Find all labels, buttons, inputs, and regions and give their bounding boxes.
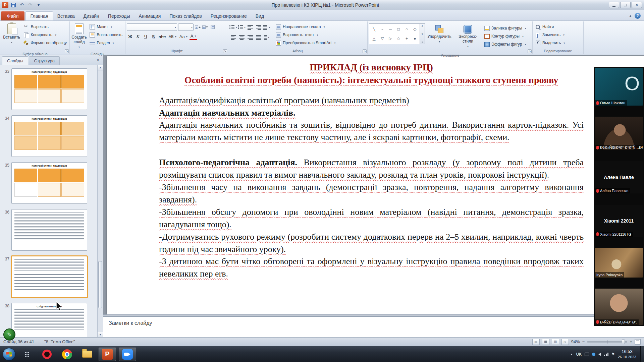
quick-styles-button[interactable]: Экспресс-стили▾	[454, 23, 482, 53]
zoom-slider[interactable]	[587, 341, 627, 343]
slide-page[interactable]: ПРИКЛАД (із висновку ІРЦ) Особливі освіт…	[107, 56, 644, 314]
align-center-button[interactable]	[238, 34, 246, 41]
font-color-button[interactable]: А	[190, 33, 197, 40]
slide-canvas[interactable]: ПРИКЛАД (із висновку ІРЦ) Особливі освіт…	[103, 55, 644, 314]
zoom-slider-thumb[interactable]	[622, 340, 625, 344]
shape-triangle-icon[interactable]: △	[373, 36, 376, 41]
tab-slideshow[interactable]: Показ слайдов	[165, 11, 206, 20]
font-size-combo[interactable]: ▾	[178, 23, 194, 31]
close-button[interactable]: ×	[632, 2, 642, 8]
shape-straight-icon[interactable]: ─	[389, 27, 392, 32]
clipboard-dialog-launcher[interactable]	[65, 49, 69, 53]
shape-effects-button[interactable]: Эффекты фигур	[483, 41, 528, 48]
justify-button[interactable]	[255, 34, 262, 41]
scroll-up-icon[interactable]: ▲	[421, 24, 424, 27]
columns-button[interactable]	[263, 34, 271, 41]
underline-button[interactable]: Ч	[142, 33, 149, 40]
font-dialog-launcher[interactable]	[223, 49, 227, 53]
shape-rectangle-icon[interactable]: □	[397, 27, 400, 32]
scrollbar-thumb[interactable]	[98, 261, 102, 308]
arrange-button[interactable]: Упорядочить▾	[426, 23, 453, 53]
text-direction-button[interactable]: Направление текста	[274, 23, 337, 31]
save-button[interactable]	[10, 2, 17, 8]
select-button[interactable]: Выделить	[534, 39, 566, 47]
reset-button[interactable]: Восстановить	[88, 31, 124, 39]
zoom-in-button[interactable]: +	[630, 339, 632, 344]
clock[interactable]: 16:53 26.10.2023	[618, 349, 636, 359]
drawing-dialog-launcher[interactable]	[528, 49, 532, 53]
tab-review[interactable]: Рецензирование	[206, 11, 251, 20]
scroll-down-icon[interactable]: ▼	[421, 33, 424, 35]
action-center-icon[interactable]: ⚑	[611, 352, 615, 356]
shape-curve-icon[interactable]: ~	[381, 27, 383, 32]
participant-video-tile[interactable]: Iryna Polovynka	[595, 248, 643, 278]
slide-sorter-button[interactable]: ▦	[542, 339, 549, 345]
paste-button[interactable]: Вставить▾	[2, 22, 21, 52]
bold-button[interactable]: Ж	[127, 33, 133, 40]
annotation-tool-button[interactable]: ✎	[3, 328, 15, 341]
participant-tile[interactable]: Алёна Павле Алёна Павленко	[595, 161, 643, 193]
help-button[interactable]: ?	[635, 13, 641, 19]
notes-pane[interactable]: Заметки к слайду	[103, 316, 644, 337]
minimize-button[interactable]	[609, 2, 619, 8]
show-hidden-icons-button[interactable]: ▲	[570, 353, 573, 356]
shrink-font-button[interactable]	[202, 24, 208, 30]
find-button[interactable]: Найти	[534, 23, 566, 31]
strikethrough-button[interactable]: abc	[158, 33, 167, 40]
shape-star-icon[interactable]: ☆	[397, 36, 400, 41]
shape-fill-button[interactable]: Заливка фигуры	[483, 24, 528, 32]
slide-thumbnail-38[interactable]: Слід пам'ятати, що	[11, 303, 87, 337]
qat-customize-button[interactable]: ▾	[35, 2, 42, 8]
shape-arrow-icon[interactable]: ▷	[389, 36, 392, 41]
align-right-button[interactable]	[246, 34, 254, 41]
participant-tile[interactable]: O Ольга Шахман	[595, 68, 643, 106]
participant-video-tile[interactable]: Ð›ÑŽÐ´Ð¼Ð¸Ð»Ð° Ð’.	[595, 289, 643, 325]
chrome-taskbar-button[interactable]	[58, 348, 76, 361]
slide-thumbnail-35[interactable]: Категорії (типи) труднощів	[11, 162, 87, 204]
restore-button[interactable]	[620, 2, 631, 8]
scroll-up-icon[interactable]: ▲	[98, 65, 103, 70]
bullets-button[interactable]	[229, 23, 237, 31]
font-name-combo[interactable]: ▾	[127, 23, 177, 31]
normal-view-button[interactable]: ▭	[532, 339, 540, 345]
collapse-ribbon-icon[interactable]: ▲	[629, 14, 632, 17]
tab-animations[interactable]: Анимация	[135, 11, 165, 20]
align-text-button[interactable]: Выровнять текст	[274, 31, 337, 39]
align-left-button[interactable]	[229, 34, 237, 41]
italic-button[interactable]: К	[135, 33, 141, 40]
smartart-button[interactable]: Преобразовать в SmartArt	[274, 39, 337, 47]
opera-taskbar-button[interactable]	[38, 348, 56, 361]
layout-button[interactable]: Макет	[88, 23, 124, 31]
format-painter-button[interactable]: Формат по образцу	[22, 39, 68, 47]
grow-font-button[interactable]	[195, 24, 201, 30]
tab-slides-thumbnails[interactable]: Слайды	[2, 56, 28, 65]
network-tray-icon[interactable]	[604, 353, 608, 356]
fit-to-window-button[interactable]	[635, 339, 641, 345]
numbering-button[interactable]	[238, 23, 246, 31]
zoom-taskbar-button[interactable]	[119, 348, 136, 361]
slideshow-button[interactable]: ▷	[561, 339, 569, 345]
powerpoint-app-icon[interactable]: P	[2, 2, 8, 8]
section-button[interactable]: Раздел	[88, 39, 124, 47]
redo-button[interactable]: ↷	[27, 2, 34, 8]
reading-view-button[interactable]: ▥	[552, 339, 559, 345]
line-spacing-button[interactable]	[263, 23, 271, 31]
shape-line-icon[interactable]: ╲	[373, 27, 375, 32]
increase-indent-button[interactable]	[255, 23, 262, 31]
shape-diamond-icon[interactable]: ◇	[413, 27, 416, 32]
change-case-button[interactable]: Аа	[178, 33, 189, 40]
tab-outline[interactable]: Структура	[29, 56, 60, 65]
show-desktop-button[interactable]	[640, 346, 644, 362]
slide-text-box[interactable]: ПРИКЛАД (із висновку ІРЦ) Особливі освіт…	[107, 56, 644, 280]
shapes-gallery[interactable]: ╲ ~ ─ □ ○ ◇ △ ▽ ▷ ☆ + ●	[369, 23, 420, 44]
display-tray-icon[interactable]	[585, 353, 589, 356]
character-spacing-button[interactable]: АВ	[168, 33, 177, 40]
tab-home[interactable]: Главная	[25, 11, 53, 20]
language-indicator[interactable]: UK	[576, 352, 582, 357]
volume-tray-icon[interactable]	[598, 353, 601, 356]
paragraph-dialog-launcher[interactable]	[363, 49, 367, 53]
participant-tile[interactable]: Xiaomi 22011 Xiaomi 2201116TG	[595, 205, 643, 237]
slide-thumbnail-33[interactable]: Категорії (типи) труднощів	[11, 68, 87, 110]
text-shadow-button[interactable]: S	[150, 33, 157, 40]
scroll-down-icon[interactable]: ▼	[98, 332, 103, 337]
